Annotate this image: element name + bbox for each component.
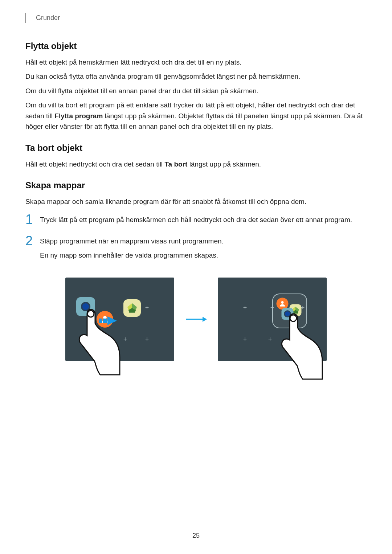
- remove-para-1: Håll ett objekt nedtryckt och dra det se…: [25, 159, 367, 169]
- step-2-text-b: En ny mapp som innehåller de valda progr…: [40, 250, 367, 260]
- move-para-4: Om du vill ta bort ett program på ett en…: [25, 100, 367, 132]
- page-number: 25: [0, 532, 392, 539]
- remove-para-1b: längst upp på skärmen.: [187, 160, 261, 168]
- move-para-4-bold: Flytta program: [54, 112, 103, 120]
- step-2-number: 2: [25, 234, 40, 247]
- hand-pointer-icon: [271, 307, 326, 380]
- move-para-2: Du kan också flytta ofta använda program…: [25, 71, 367, 82]
- transition-arrow-icon: [185, 316, 207, 323]
- step-1: 1 Tryck lätt på ett program på hemskärme…: [25, 214, 367, 229]
- remove-para-1-bold: Ta bort: [164, 160, 187, 168]
- create-folder-figure: + + + +: [25, 278, 367, 361]
- section-title-remove: Ta bort objekt: [25, 143, 367, 153]
- move-para-3: Om du vill flytta objektet till en annan…: [25, 86, 367, 96]
- chapter-label: Grunder: [36, 14, 60, 21]
- hand-pointer-icon: [69, 303, 123, 376]
- svg-point-7: [281, 301, 284, 304]
- folders-intro: Skapa mappar och samla liknande program …: [25, 196, 367, 207]
- gallery-app-icon: [123, 299, 141, 317]
- placeholder-plus-icon: +: [145, 336, 149, 343]
- chapter-header: Grunder: [25, 13, 367, 23]
- figure-panel-after: + + + + +: [218, 278, 327, 361]
- placeholder-plus-icon: +: [243, 336, 247, 343]
- step-1-text: Tryck lätt på ett program på hemskärmen …: [40, 214, 367, 225]
- section-title-move: Flytta objekt: [25, 41, 367, 51]
- figure-panel-before: + + + +: [65, 278, 174, 361]
- move-para-1: Håll ett objekt på hemskärmen lätt nedtr…: [25, 57, 367, 67]
- placeholder-plus-icon: +: [123, 336, 127, 343]
- placeholder-plus-icon: +: [145, 304, 149, 311]
- remove-para-1a: Håll ett objekt nedtryckt och dra det se…: [25, 160, 164, 168]
- step-2: 2 Släpp programmet när en mappram visas …: [25, 235, 367, 264]
- placeholder-plus-icon: +: [243, 304, 247, 311]
- step-2-text-a: Släpp programmet när en mappram visas ru…: [40, 236, 367, 246]
- svg-marker-6: [203, 317, 207, 322]
- section-title-folders: Skapa mappar: [25, 180, 367, 190]
- step-1-number: 1: [25, 213, 40, 226]
